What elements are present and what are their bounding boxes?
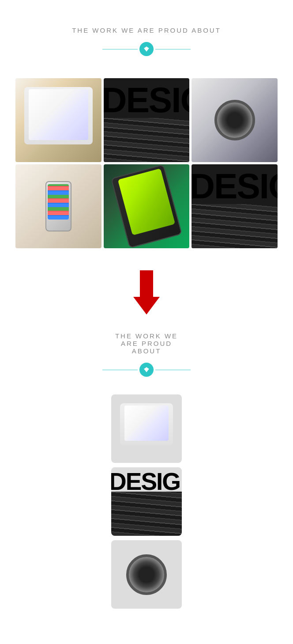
design-text-2: DESIG	[192, 169, 278, 204]
gallery-item-camera[interactable]	[192, 78, 278, 162]
gallery-item-design2[interactable]: DESIG	[192, 164, 278, 248]
vertical-gallery: DESIG	[0, 390, 293, 626]
gallery-item-phone[interactable]	[15, 164, 101, 248]
v-design-pencils	[111, 492, 182, 536]
section2-title-line2: ARE PROUD	[121, 340, 172, 347]
diamond-icon-2	[139, 363, 154, 377]
gallery-item-mac[interactable]	[15, 78, 101, 162]
section2-title-line3: ABOUT	[132, 347, 162, 355]
section1-title: THE WORK WE ARE PROUD ABOUT	[0, 27, 293, 34]
vertical-item-design[interactable]: DESIG	[111, 467, 182, 536]
gallery-item-design1[interactable]: DESIG	[104, 78, 190, 162]
design-pencils-1	[104, 118, 190, 162]
title-divider-2	[0, 363, 293, 377]
arrow-container	[0, 261, 293, 328]
gallery-grid: DESIG DESIG	[0, 69, 293, 261]
design-pencils-2	[192, 204, 278, 248]
divider-left-1	[102, 49, 138, 49]
section1-header: THE WORK WE ARE PROUD ABOUT	[0, 0, 293, 69]
gallery-item-app[interactable]	[104, 164, 190, 248]
section2-title: THE WORK WE ARE PROUD ABOUT	[0, 332, 293, 355]
vertical-item-mac[interactable]	[111, 394, 182, 463]
design-text-1: DESIG	[104, 83, 190, 118]
divider-left-2	[102, 370, 138, 370]
v-design-text: DESIG	[111, 470, 180, 494]
red-arrow-down	[133, 270, 160, 314]
divider-right-1	[155, 49, 191, 49]
vertical-item-camera[interactable]	[111, 540, 182, 609]
section2-title-line1: THE WORK WE	[115, 332, 178, 340]
title-divider-1	[0, 42, 293, 56]
diamond-icon-1	[139, 42, 154, 56]
section2-header: THE WORK WE ARE PROUD ABOUT	[0, 328, 293, 390]
divider-right-2	[155, 370, 191, 370]
